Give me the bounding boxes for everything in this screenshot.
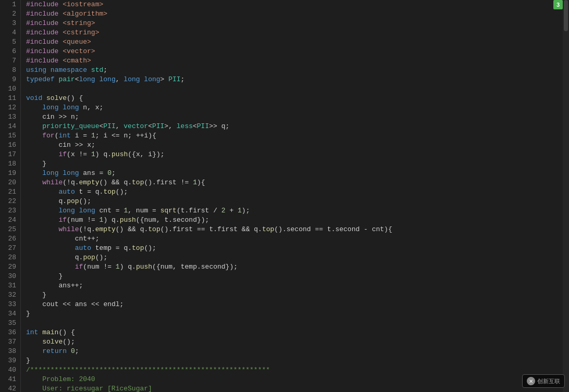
code-line: auto t = q.top(); xyxy=(26,187,563,197)
watermark-icon: ✕ xyxy=(527,377,535,385)
line-number: 13 xyxy=(0,112,20,122)
code-line: } xyxy=(26,290,563,300)
code-line: while(!q.empty() && q.top().first == t.f… xyxy=(26,225,563,234)
line-number: 29 xyxy=(0,262,20,272)
code-line: q.pop(); xyxy=(26,197,563,206)
code-line: q.pop(); xyxy=(26,253,563,262)
code-line: #include <cmath> xyxy=(26,56,563,66)
code-line xyxy=(26,84,563,94)
code-line: for(int i = 1; i <= n; ++i){ xyxy=(26,131,563,141)
code-line: cnt++; xyxy=(26,234,563,244)
code-line: long long n, x; xyxy=(26,103,563,112)
line-number: 6 xyxy=(0,47,20,56)
code-line: #include <cstring> xyxy=(26,28,563,37)
line-number: 7 xyxy=(0,56,20,66)
code-line: } xyxy=(26,272,563,281)
editor-container: 1234567891011121314151617181920212223242… xyxy=(0,0,569,392)
code-line: #include <algorithm> xyxy=(26,9,563,19)
line-number: 2 xyxy=(0,9,20,19)
code-line: #include <iostream> xyxy=(26,0,563,9)
code-line: } xyxy=(26,159,563,169)
line-number: 35 xyxy=(0,319,20,328)
code-line: if(x != 1) q.push({x, i}); xyxy=(26,150,563,159)
code-line: typedef pair<long long, long long> PII; xyxy=(26,75,563,84)
line-number: 27 xyxy=(0,244,20,253)
code-line: } xyxy=(26,309,563,319)
line-number: 12 xyxy=(0,103,20,112)
code-line: solve(); xyxy=(26,337,563,347)
line-number: 39 xyxy=(0,356,20,365)
code-line: auto temp = q.top(); xyxy=(26,244,563,253)
line-number: 9 xyxy=(0,75,20,84)
watermark: ✕ 创新互联 xyxy=(522,374,565,388)
line-number: 16 xyxy=(0,141,20,150)
line-number: 1 xyxy=(0,0,20,9)
line-number: 38 xyxy=(0,347,20,356)
line-number: 42 xyxy=(0,384,20,392)
line-number: 34 xyxy=(0,309,20,319)
code-line: cout << ans << endl; xyxy=(26,300,563,309)
line-number: 15 xyxy=(0,131,20,141)
line-number: 18 xyxy=(0,159,20,169)
code-line: #include <vector> xyxy=(26,47,563,56)
line-number: 26 xyxy=(0,234,20,244)
code-line: if(num != 1) q.push({num, temp.second}); xyxy=(26,262,563,272)
line-number: 30 xyxy=(0,272,20,281)
line-number: 25 xyxy=(0,225,20,234)
code-line: using namespace std; xyxy=(26,66,563,75)
code-line: cin >> n; xyxy=(26,112,563,122)
line-number: 14 xyxy=(0,122,20,131)
line-number: 41 xyxy=(0,375,20,384)
code-line: #include <queue> xyxy=(26,37,563,47)
line-number: 11 xyxy=(0,94,20,103)
code-line: Problem: 2040 xyxy=(26,375,563,384)
line-number: 23 xyxy=(0,206,20,216)
code-line: long long cnt = 1, num = sqrt(t.first / … xyxy=(26,206,563,216)
code-line: } xyxy=(26,356,563,365)
line-number: 40 xyxy=(0,365,20,375)
line-number: 22 xyxy=(0,197,20,206)
code-line xyxy=(26,319,563,328)
line-number: 5 xyxy=(0,37,20,47)
watermark-text: 创新互联 xyxy=(537,377,560,385)
line-number: 21 xyxy=(0,187,20,197)
code-line: User: ricesugar [RiceSugar] xyxy=(26,384,563,392)
code-line: ans++; xyxy=(26,281,563,290)
code-line: cin >> x; xyxy=(26,141,563,150)
code-line: #include <string> xyxy=(26,19,563,28)
scrollbar[interactable] xyxy=(563,0,569,392)
code-line: /***************************************… xyxy=(26,365,563,375)
line-number: 24 xyxy=(0,216,20,225)
line-number: 17 xyxy=(0,150,20,159)
code-line: long long ans = 0; xyxy=(26,169,563,178)
line-number: 33 xyxy=(0,300,20,309)
line-number: 37 xyxy=(0,337,20,347)
line-number: 8 xyxy=(0,66,20,75)
line-number: 32 xyxy=(0,290,20,300)
line-number: 20 xyxy=(0,178,20,187)
scrollbar-thumb[interactable] xyxy=(564,0,568,31)
line-number: 31 xyxy=(0,281,20,290)
code-line: void solve() { xyxy=(26,94,563,103)
code-area[interactable]: #include <iostream>#include <algorithm>#… xyxy=(21,0,563,392)
code-line: int main() { xyxy=(26,328,563,337)
badge-3: 3 xyxy=(553,0,563,9)
line-number: 3 xyxy=(0,19,20,28)
code-line: if(num != 1) q.push({num, t.second}); xyxy=(26,216,563,225)
line-number: 10 xyxy=(0,84,20,94)
line-number: 28 xyxy=(0,253,20,262)
line-number: 4 xyxy=(0,28,20,37)
code-line: while(!q.empty() && q.top().first != 1){ xyxy=(26,178,563,187)
line-numbers: 1234567891011121314151617181920212223242… xyxy=(0,0,21,392)
line-number: 36 xyxy=(0,328,20,337)
code-line: priority_queue<PII, vector<PII>, less<PI… xyxy=(26,122,563,131)
code-line: return 0; xyxy=(26,347,563,356)
line-number: 19 xyxy=(0,169,20,178)
